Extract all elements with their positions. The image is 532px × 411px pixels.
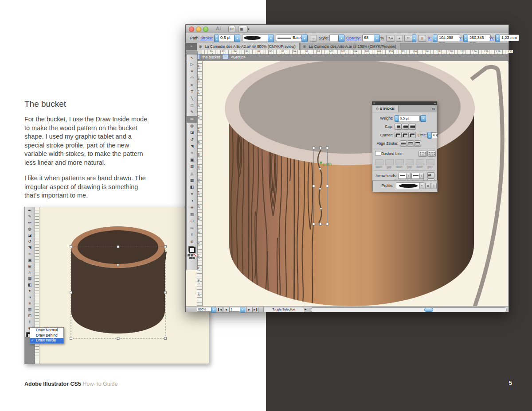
blend-tool-icon[interactable]: ◑ <box>187 198 197 204</box>
transform-icon[interactable]: ⁝⁝ <box>418 35 426 42</box>
select-similar-icon[interactable]: ↖▾ <box>386 35 395 42</box>
step-up-icon[interactable]: ▲ <box>433 35 437 38</box>
corner-bevel-button[interactable] <box>409 132 416 138</box>
artboard-dropdown-icon[interactable]: ▾ <box>240 307 245 313</box>
symbol-sprayer-tool-icon[interactable]: ✳ <box>25 300 35 306</box>
selection-tool-icon[interactable]: ↖ <box>187 54 197 61</box>
zoom-dropdown-icon[interactable]: ▾ <box>211 307 216 313</box>
panel-stub-icon[interactable]: » <box>186 43 197 50</box>
fill-stroke-indicator[interactable] <box>188 246 196 253</box>
magic-wand-tool-icon[interactable]: ✶ <box>187 68 197 75</box>
next-artboard-button[interactable]: ▶ <box>246 307 252 313</box>
menu-item-draw-inside[interactable]: ✓Draw Inside <box>30 338 63 343</box>
x-label[interactable]: X: <box>428 36 432 40</box>
arrowhead-end-select[interactable]: ▾ <box>411 173 424 179</box>
close-tab-icon[interactable]: ⊗ <box>303 43 306 50</box>
prev-artboard-button[interactable]: ◀ <box>223 307 229 313</box>
eraser-tool-icon[interactable]: ◪ <box>187 129 197 136</box>
align-inside-button[interactable] <box>407 140 414 147</box>
minimize-button[interactable] <box>196 27 201 32</box>
hand-tool-icon[interactable]: ✌ <box>25 319 35 325</box>
artboard-canvas[interactable]: path <box>186 61 508 306</box>
rotate-tool-icon[interactable]: ↺ <box>25 238 35 244</box>
stroke-weight-dropdown-icon[interactable]: ▾ <box>234 35 240 42</box>
gradient-tool-icon[interactable]: ◧ <box>25 282 35 288</box>
eyedropper-tool-icon[interactable]: ✦ <box>25 288 35 294</box>
type-tool-icon[interactable]: T <box>187 89 197 95</box>
hand-tool-icon[interactable]: ✌ <box>187 232 197 238</box>
scale-tool-icon[interactable]: ◥ <box>25 244 35 251</box>
arrowhead-start-select[interactable]: ▾ <box>398 173 411 179</box>
flip-along-icon[interactable] <box>425 183 431 189</box>
breadcrumb-group[interactable]: <Group> <box>231 55 246 59</box>
slice-tool-icon[interactable]: ✂ <box>187 225 197 232</box>
rectangle-tool-icon[interactable]: □ <box>187 102 197 109</box>
brush-dropdown-icon[interactable]: ▾ <box>301 35 308 42</box>
lasso-tool-icon[interactable]: ◠ <box>187 75 197 81</box>
artboard-tool-icon[interactable]: ⊡ <box>187 218 197 225</box>
zoom-window-button[interactable] <box>203 27 208 32</box>
profile-select[interactable]: ▾ <box>396 182 424 189</box>
style-dropdown-icon[interactable]: ▾ <box>338 35 344 42</box>
document-tab-active[interactable]: ⊗ La Comedie des Arts-A2.ai* @ 800% (CMY… <box>197 43 300 50</box>
column-graph-tool-icon[interactable]: ▥ <box>187 211 197 218</box>
dashed-line-checkbox[interactable] <box>375 151 381 155</box>
menu-item-draw-behind[interactable]: Draw Behind <box>30 333 63 338</box>
color-icon[interactable] <box>188 254 190 256</box>
paintbrush-tool-icon[interactable]: ✎ <box>187 109 197 116</box>
dash-align-button[interactable] <box>427 151 436 157</box>
recolor-artwork-icon[interactable]: ⌔ <box>310 35 317 42</box>
step-up-icon[interactable]: ▲ <box>215 35 219 38</box>
align-outside-button[interactable] <box>414 140 421 147</box>
stroke-swatch[interactable] <box>189 247 196 253</box>
window-titlebar[interactable]: Ai Br ▦ ▾ <box>186 25 509 33</box>
corner-miter-button[interactable] <box>395 132 402 138</box>
corner-round-button[interactable] <box>402 132 409 138</box>
pencil-tool-icon[interactable]: ✏ <box>25 220 35 226</box>
blob-brush-tool-icon[interactable]: ◍ <box>25 226 35 232</box>
eyedropper-tool-icon[interactable]: ✦ <box>187 191 197 198</box>
mesh-tool-icon[interactable]: ▦ <box>25 275 35 282</box>
document-tab-inactive[interactable]: ⊗ La Comedie des Arts-A.ai @ 100% (CMYK/… <box>301 43 400 50</box>
drawing-mode-row[interactable] <box>187 257 197 259</box>
direct-selection-tool-icon[interactable]: ▷ <box>187 61 197 68</box>
step-up-icon[interactable]: ▲ <box>464 35 468 38</box>
step-down-icon[interactable]: ▼ <box>433 38 437 41</box>
panel-drag-bar[interactable]: ◂◂ <box>372 101 437 105</box>
dash-preserve-button[interactable] <box>419 151 427 157</box>
dropdown-icon[interactable]: ▾ <box>419 183 424 189</box>
align-dropdown-icon[interactable]: ▾ <box>412 35 416 42</box>
panel-collapse-icon[interactable]: ◂◂ <box>434 102 436 105</box>
breadcrumb-layer[interactable]: the bucket <box>203 55 220 59</box>
width-profile-select[interactable] <box>242 35 270 41</box>
blob-brush-tool-icon[interactable]: ◍ <box>187 123 197 129</box>
bridge-icon[interactable]: Br <box>228 26 235 32</box>
step-up-icon[interactable]: ▲ <box>496 35 500 38</box>
eraser-tool-icon[interactable]: ◪ <box>25 232 35 238</box>
workspace-icon[interactable]: ▦ <box>238 26 248 32</box>
zoom-level-field[interactable]: 800% <box>197 307 212 312</box>
brush-select[interactable]: Basic <box>276 35 304 41</box>
draw-normal-icon[interactable] <box>189 257 192 259</box>
rotate-tool-icon[interactable]: ↺ <box>187 136 197 143</box>
pen-tool-icon[interactable]: ✒ <box>25 207 35 213</box>
symbol-sprayer-tool-icon[interactable]: ✳ <box>187 205 197 211</box>
gradient-icon[interactable] <box>191 254 193 256</box>
free-transform-tool-icon[interactable]: ▣ <box>25 257 35 263</box>
status-tool-readout[interactable]: Toggle Selection <box>263 307 304 312</box>
w-field[interactable]: 1,23 mm <box>500 35 519 41</box>
blend-tool-icon[interactable]: ◑ <box>25 294 35 300</box>
y-field[interactable]: 260,346 mm <box>468 35 491 41</box>
step-down-icon[interactable]: ▼ <box>395 118 399 121</box>
opacity-link[interactable]: Opacity: <box>346 36 361 40</box>
close-tab-icon[interactable]: ⊗ <box>199 43 202 50</box>
dropdown-icon[interactable]: ▾ <box>406 173 410 178</box>
line-segment-tool-icon[interactable]: ╲ <box>187 95 197 102</box>
opacity-dropdown-icon[interactable]: ▾ <box>374 35 380 42</box>
panel-menu-icon[interactable]: ▾≡ <box>432 107 435 110</box>
close-button[interactable] <box>189 27 194 32</box>
weight-field[interactable]: 0,5 pt <box>399 116 420 121</box>
artboard-tool-icon[interactable]: ⊡ <box>25 313 35 319</box>
dropdown-icon[interactable]: ▾ <box>419 173 423 178</box>
pencil-tool-icon[interactable]: ✏ <box>187 116 197 123</box>
